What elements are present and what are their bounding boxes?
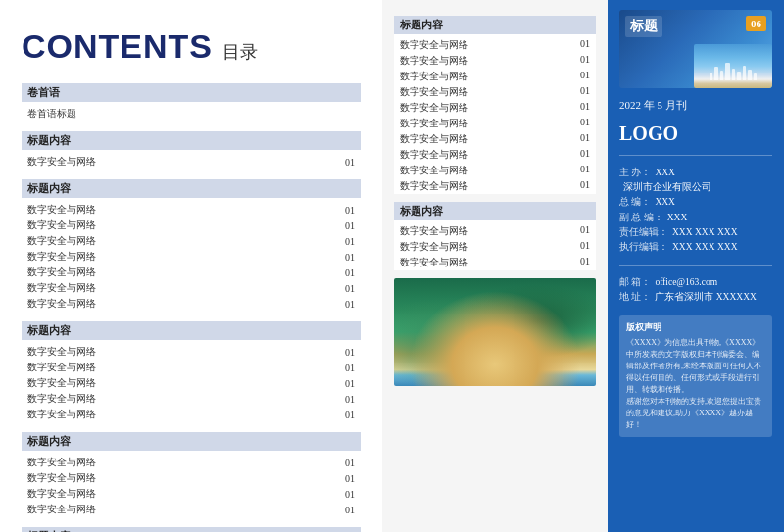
row-text: 数字安全与网络 [400,179,468,193]
row-page: 01 [345,378,355,389]
info-address-value: 广东省深圳市 XXXXXX [655,290,757,305]
skyline-bar [720,71,723,80]
title-chinese: 目录 [222,40,258,64]
row-text: 数字安全与网络 [27,266,96,279]
vol-section: 卷首语 卷首语标题 [22,83,361,121]
beach-image-inner [394,278,596,386]
section-4: 标题内容 数字安全与网络01 数字安全与网络01 数字安全与网络01 数字安全与… [22,432,361,517]
table-row: 数字安全与网络01 [22,407,361,422]
row-page: 01 [345,458,355,468]
skyline-bar [732,69,735,80]
section-4-header: 标题内容 [22,432,361,451]
row-text: 数字安全与网络 [400,38,468,52]
table-row: 数字安全与网络01 [22,375,361,391]
section-1-header: 标题内容 [22,131,361,150]
info-row-sponsor: 主 办： XXX [619,166,772,180]
table-row: 数字安全与网络01 [22,360,361,375]
row-text: 数字安全与网络 [400,256,468,269]
row-page: 01 [345,347,355,358]
info-block: 主 办： XXX 深圳市企业有限公司 总 编： XXX 副 总 编： XXX 责… [619,166,772,255]
info-exec-label: 执行编辑： [619,240,668,255]
row-text: 数字安全与网络 [27,250,96,264]
row-page: 01 [580,117,590,130]
row-page: 01 [345,205,355,216]
beach-image [394,278,596,386]
info-company-value: 深圳市企业有限公司 [623,180,711,195]
row-text: 数字安全与网络 [27,456,96,469]
table-row: 数字安全与网络01 [394,116,596,131]
info-row-responsible: 责任编辑： XXX XXX XXX [619,225,772,240]
info-editor-label: 总 编： [619,195,651,210]
info-deputy-label: 副 总 编： [619,211,663,225]
table-row: 数字安全与网络01 [394,147,596,163]
row-page: 01 [345,473,355,484]
row-page: 01 [345,363,355,373]
info-email-value: office@163.com [655,275,717,290]
rights-box: 版权声明 《XXXX》为信息出具刊物,《XXXX》中所发表的文字版权归本刊编委会… [619,315,772,437]
row-text: 数字安全与网络 [27,218,96,232]
info-sponsor-value: XXX [655,166,675,180]
row-text: 数字安全与网络 [400,164,468,177]
info-responsible-label: 责任编辑： [619,225,668,240]
vol-header: 卷首语 [22,83,361,102]
row-page: 01 [345,394,355,405]
contact-block: 邮 箱： office@163.com 地 址： 广东省深圳市 XXXXXX [619,275,772,305]
table-row: 数字安全与网络01 [22,233,361,249]
right-sidebar: 标题 06 2022 年 5 月刊 LOGO 主 办： XXX 深圳市 [608,0,784,532]
table-row: 数字安全与网络01 [394,178,596,194]
info-email-label: 邮 箱： [619,275,651,290]
row-text: 数字安全与网络 [400,54,468,68]
mid-header-1: 标题内容 [394,16,596,34]
section-5: 标题内容 数字安全与网络01 [22,527,361,532]
section-5-header: 标题内容 [22,527,361,532]
table-row: 数字安全与网络01 [394,223,596,239]
info-row-deputy: 副 总 编： XXX [619,211,772,225]
row-text: 数字安全与网络 [27,487,96,501]
table-row: 数字安全与网络01 [22,455,361,470]
row-page: 01 [580,224,590,238]
row-page: 01 [580,38,590,52]
info-sponsor-label: 主 办： [619,166,651,180]
row-text: 数字安全与网络 [400,240,468,254]
cover-title: 标题 [625,16,662,37]
vol-row: 卷首语标题 [22,106,361,121]
row-page: 01 [580,240,590,254]
row-text: 数字安全与网络 [27,408,96,421]
row-page: 01 [345,236,355,247]
row-page: 01 [345,157,355,168]
logo-label: LOGO [619,122,772,145]
row-page: 01 [345,283,355,294]
row-page: 01 [580,70,590,83]
cover-number: 06 [746,16,766,31]
row-text: 数字安全与网络 [400,85,468,99]
info-exec-value: XXX XXX XXX [672,240,738,255]
row-text: 数字安全与网络 [27,345,96,359]
row-text: 数字安全与网络 [400,101,468,115]
section-1-row-1: 数字安全与网络 01 [22,154,361,169]
cover-card: 标题 06 [619,10,772,88]
main-title: CONTENTS 目录 [22,27,361,66]
row-page: 01 [345,489,355,500]
middle-section: 标题内容 数字安全与网络01 数字安全与网络01 数字安全与网络01 数字安全与… [382,0,608,532]
vol-text: 卷首语标题 [27,107,76,121]
city-skyline [694,61,772,80]
info-editor-value: XXX [655,195,675,210]
skyline-bar [737,72,741,80]
date-label: 2022 年 5 月刊 [619,98,772,113]
info-row-editor: 总 编： XXX [619,195,772,210]
row-text: 数字安全与网络 [27,471,96,485]
table-row: 数字安全与网络01 [394,100,596,116]
table-row: 数字安全与网络01 [394,69,596,84]
mid-header-2: 标题内容 [394,202,596,220]
table-row: 数字安全与网络01 [394,239,596,255]
table-row: 数字安全与网络01 [22,296,361,312]
section-2-header: 标题内容 [22,179,361,198]
skyline-bar [743,66,746,80]
row-text: 数字安全与网络 [27,297,96,311]
row-text: 数字安全与网络 [27,503,96,516]
row-text: 数字安全与网络 [400,70,468,83]
info-row-email: 邮 箱： office@163.com [619,275,772,290]
row-page: 01 [580,85,590,99]
cover-city-image [694,44,772,88]
info-row-address: 地 址： 广东省深圳市 XXXXXX [619,290,772,305]
